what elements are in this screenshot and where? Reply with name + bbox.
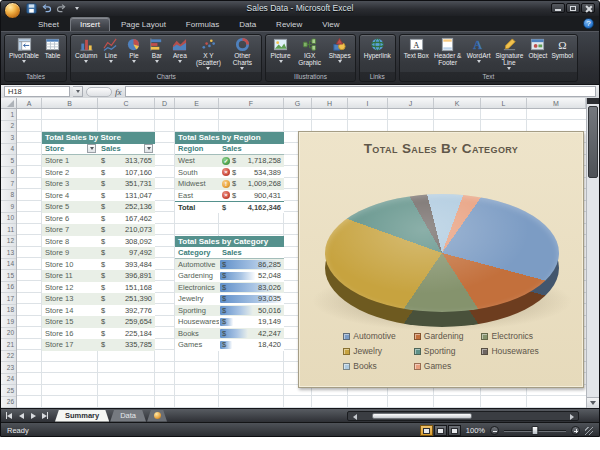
restore-button[interactable] bbox=[566, 3, 580, 13]
row-header-2[interactable]: 2 bbox=[1, 121, 16, 133]
tab-page-layout[interactable]: Page Layout bbox=[112, 18, 175, 31]
hyperlink-button[interactable]: Hyperlink bbox=[362, 36, 393, 72]
column-header-j[interactable]: J bbox=[388, 98, 434, 108]
object-button[interactable]: Object bbox=[526, 36, 549, 72]
area-button[interactable]: Area bbox=[168, 36, 191, 72]
next-sheet-button[interactable] bbox=[28, 411, 38, 421]
signature-line-button[interactable]: Signature Line bbox=[492, 36, 526, 72]
shapes-button[interactable]: Shapes bbox=[327, 36, 353, 72]
scroll-right-button[interactable] bbox=[567, 414, 576, 420]
row-header-20[interactable]: 20 bbox=[1, 328, 16, 340]
picture-button[interactable]: Picture bbox=[268, 36, 292, 72]
minimize-button[interactable] bbox=[551, 3, 565, 13]
column-header-g[interactable]: G bbox=[284, 98, 312, 108]
name-box[interactable]: H18 bbox=[4, 86, 70, 97]
vertical-scrollbar-thumb[interactable] bbox=[588, 106, 598, 178]
zoom-in-button[interactable] bbox=[571, 426, 580, 435]
column-header-h[interactable]: H bbox=[312, 98, 348, 108]
resize-grip[interactable] bbox=[585, 427, 593, 435]
filter-button[interactable] bbox=[144, 144, 153, 153]
row-header-9[interactable]: 9 bbox=[1, 201, 16, 213]
row-header-5[interactable]: 5 bbox=[1, 155, 16, 167]
row-header-22[interactable]: 22 bbox=[1, 351, 16, 363]
pivottable-button[interactable]: PivotTable bbox=[7, 36, 41, 72]
vertical-scrollbar[interactable] bbox=[586, 98, 599, 408]
normal-view-button[interactable] bbox=[420, 425, 433, 436]
column-header-d[interactable]: D bbox=[155, 98, 175, 108]
zoom-slider-thumb[interactable] bbox=[532, 426, 539, 435]
table-button[interactable]: Table bbox=[41, 36, 64, 72]
first-sheet-button[interactable] bbox=[4, 411, 14, 421]
row-header-12[interactable]: 12 bbox=[1, 236, 16, 248]
scrollbar-split-handle[interactable] bbox=[587, 98, 599, 104]
filter-button[interactable] bbox=[87, 144, 96, 153]
row-header-23[interactable]: 23 bbox=[1, 362, 16, 374]
office-button[interactable] bbox=[4, 2, 21, 19]
row-header-11[interactable]: 11 bbox=[1, 224, 16, 236]
symbol-button[interactable]: ΩSymbol bbox=[549, 36, 575, 72]
pie-button[interactable]: Pie bbox=[122, 36, 145, 72]
row-header-24[interactable]: 24 bbox=[1, 374, 16, 386]
tab-review[interactable]: Review bbox=[267, 18, 311, 31]
horizontal-scrollbar-thumb[interactable] bbox=[372, 413, 472, 419]
row-header-1[interactable]: 1 bbox=[1, 109, 16, 121]
row-header-14[interactable]: 14 bbox=[1, 259, 16, 271]
x-y-scatter-button[interactable]: X Y (Scatter) bbox=[191, 36, 225, 72]
column-header-m[interactable]: M bbox=[527, 98, 586, 108]
previous-sheet-button[interactable] bbox=[16, 411, 26, 421]
row-header-18[interactable]: 18 bbox=[1, 305, 16, 317]
row-header-17[interactable]: 17 bbox=[1, 293, 16, 305]
row-header-26[interactable]: 26 bbox=[1, 397, 16, 409]
tab-data[interactable]: Data bbox=[230, 18, 265, 31]
pie-chart[interactable]: Total Sales By CategoryAutomotiveGardeni… bbox=[298, 131, 584, 388]
column-header-e[interactable]: E bbox=[175, 98, 219, 108]
igx-graphic-button[interactable]: IGX Graphic bbox=[293, 36, 327, 72]
formula-input[interactable] bbox=[125, 86, 597, 97]
column-header-a[interactable]: A bbox=[17, 98, 42, 108]
tab-view[interactable]: View bbox=[313, 18, 348, 31]
scroll-down-button[interactable] bbox=[587, 397, 599, 408]
name-box-dropdown[interactable] bbox=[73, 86, 83, 97]
zoom-slider[interactable] bbox=[504, 430, 566, 432]
page-break-view-button[interactable] bbox=[448, 425, 461, 436]
spreadsheet-grid[interactable]: Total Sales by StoreStoreSalesStore 1$31… bbox=[17, 109, 586, 408]
scroll-left-button[interactable] bbox=[350, 414, 359, 420]
row-header-21[interactable]: 21 bbox=[1, 339, 16, 351]
row-header-13[interactable]: 13 bbox=[1, 247, 16, 259]
row-header-19[interactable]: 19 bbox=[1, 316, 16, 328]
tab-sheet[interactable]: Sheet bbox=[29, 18, 68, 31]
row-header-7[interactable]: 7 bbox=[1, 178, 16, 190]
column-header-i[interactable]: I bbox=[348, 98, 388, 108]
header-footer-button[interactable]: Header & Footer bbox=[431, 36, 465, 72]
insert-worksheet-tab[interactable] bbox=[147, 410, 167, 422]
row-header-10[interactable]: 10 bbox=[1, 213, 16, 225]
sheet-tab-summary[interactable]: Summary bbox=[55, 410, 109, 422]
row-header-6[interactable]: 6 bbox=[1, 167, 16, 179]
tab-formulas[interactable]: Formulas bbox=[177, 18, 228, 31]
row-header-3[interactable]: 3 bbox=[1, 132, 16, 144]
zoom-out-button[interactable] bbox=[490, 426, 499, 435]
column-header-l[interactable]: L bbox=[481, 98, 527, 108]
other-charts-button[interactable]: Other Charts bbox=[225, 36, 259, 72]
horizontal-scrollbar[interactable] bbox=[347, 411, 579, 421]
last-sheet-button[interactable] bbox=[40, 411, 50, 421]
text-box-button[interactable]: AText Box bbox=[402, 36, 431, 72]
sheet-tab-data[interactable]: Data bbox=[110, 410, 146, 422]
column-header-f[interactable]: F bbox=[219, 98, 284, 108]
column-header-b[interactable]: B bbox=[42, 98, 98, 108]
wordart-button[interactable]: AWordArt bbox=[465, 36, 493, 72]
row-header-16[interactable]: 16 bbox=[1, 282, 16, 294]
bar-button[interactable]: Bar bbox=[145, 36, 168, 72]
column-button[interactable]: Column bbox=[73, 36, 99, 72]
close-button[interactable] bbox=[581, 3, 595, 13]
tab-insert[interactable]: Insert bbox=[70, 17, 110, 31]
select-all-corner[interactable] bbox=[1, 98, 17, 108]
column-header-k[interactable]: K bbox=[434, 98, 481, 108]
row-header-4[interactable]: 4 bbox=[1, 144, 16, 156]
row-header-25[interactable]: 25 bbox=[1, 385, 16, 397]
row-header-15[interactable]: 15 bbox=[1, 270, 16, 282]
line-button[interactable]: Line bbox=[99, 36, 122, 72]
column-header-c[interactable]: C bbox=[98, 98, 155, 108]
page-layout-view-button[interactable] bbox=[434, 425, 447, 436]
row-header-8[interactable]: 8 bbox=[1, 190, 16, 202]
